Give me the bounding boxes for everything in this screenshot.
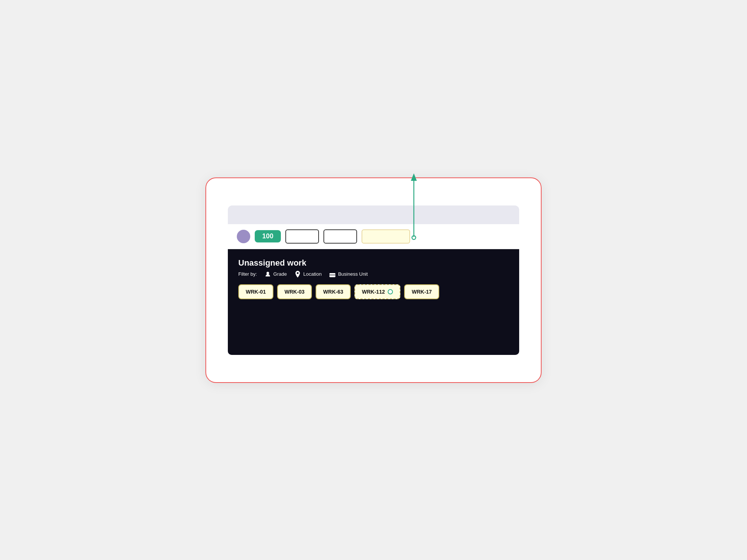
main-panel: Unassigned work Filter by: Grade xyxy=(228,249,519,355)
filter-business-unit-label: Business Unit xyxy=(338,271,368,277)
work-item-wrk112-label: WRK-112 xyxy=(362,289,385,295)
briefcase-icon xyxy=(329,271,336,278)
score-badge: 100 xyxy=(255,230,281,242)
avatar xyxy=(237,230,250,243)
filter-by-label: Filter by: xyxy=(238,271,257,277)
filter-row: Filter by: Grade xyxy=(238,271,509,278)
outer-frame: 100 Unassigned work F xyxy=(205,177,542,383)
input-field-highlighted[interactable] xyxy=(362,229,410,244)
input-field-1[interactable] xyxy=(285,229,319,244)
filter-location[interactable]: Location xyxy=(294,271,322,278)
filter-business-unit[interactable]: Business Unit xyxy=(329,271,368,278)
work-item-wrk01[interactable]: WRK-01 xyxy=(238,284,273,299)
location-icon xyxy=(294,271,301,278)
filter-grade-label: Grade xyxy=(273,271,287,277)
input-field-2[interactable] xyxy=(323,229,357,244)
toolbar: 100 xyxy=(228,224,519,249)
drag-handle[interactable] xyxy=(388,289,393,294)
work-item-wrk17[interactable]: WRK-17 xyxy=(404,284,439,299)
svg-marker-1 xyxy=(411,173,417,181)
filter-grade[interactable]: Grade xyxy=(264,271,287,278)
filter-location-label: Location xyxy=(303,271,322,277)
work-item-wrk03[interactable]: WRK-03 xyxy=(277,284,312,299)
inner-card: 100 Unassigned work F xyxy=(228,205,519,355)
work-item-wrk63[interactable]: WRK-63 xyxy=(316,284,351,299)
svg-point-2 xyxy=(412,236,416,239)
panel-title: Unassigned work xyxy=(238,258,509,268)
grade-icon xyxy=(264,271,271,278)
work-item-wrk112-active[interactable]: WRK-112 xyxy=(354,284,400,299)
work-items-row: WRK-01 WRK-03 WRK-63 WRK-112 WRK-17 xyxy=(238,284,509,299)
svg-point-3 xyxy=(266,272,269,274)
top-bar xyxy=(228,205,519,224)
